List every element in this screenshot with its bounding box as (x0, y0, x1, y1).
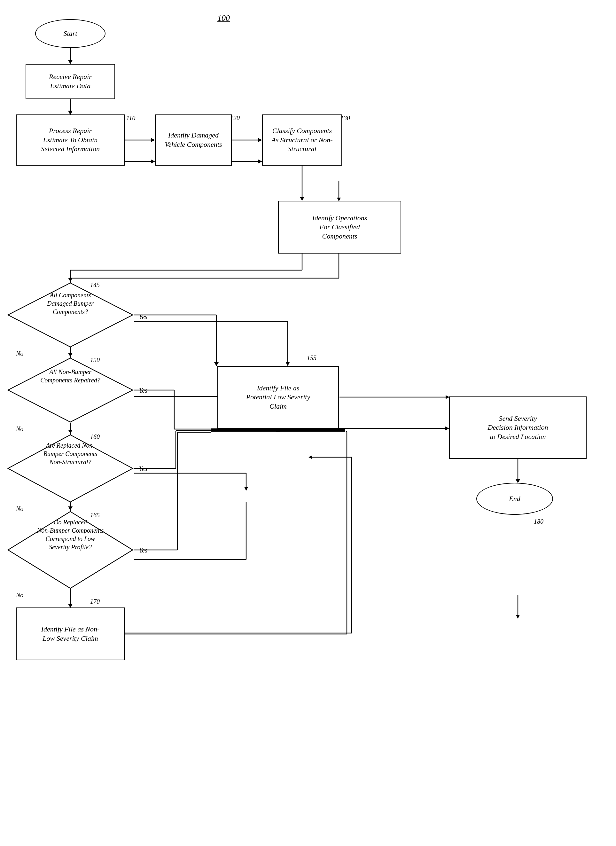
svg-marker-5 (151, 160, 155, 163)
svg-marker-40 (516, 615, 520, 619)
start-label: Start (64, 29, 77, 38)
node-130: Classify ComponentsAs Structural or Non-… (262, 115, 342, 166)
d165-yes-label: Yes (139, 547, 147, 554)
node-180-label: Send SeverityDecision Informationto Desi… (488, 414, 548, 442)
diamond-160: Are Replaced Non-Bumper ComponentsNon-St… (6, 433, 134, 504)
node-155: Identify File asPotential Low SeverityCl… (217, 366, 339, 429)
flowchart-diagram: 100 (0, 0, 616, 846)
node-130-label: Classify ComponentsAs Structural or Non-… (271, 126, 333, 154)
svg-marker-26 (244, 487, 248, 491)
ref-170: 170 (90, 598, 100, 605)
svg-marker-38 (445, 426, 449, 430)
end-oval: End (476, 483, 553, 515)
v-line-155-bar (277, 429, 279, 432)
diamond-145: All ComponentsDamaged BumperComponents? (6, 281, 134, 348)
node-120-label: Identify DamagedVehicle Components (165, 131, 222, 149)
svg-marker-48 (68, 111, 73, 115)
svg-marker-61 (214, 362, 219, 366)
diamond-165: Do ReplacedNon-Bumper ComponentsCorrespo… (6, 510, 134, 590)
svg-marker-46 (68, 60, 73, 64)
svg-marker-36 (308, 455, 312, 459)
node-110-label: Process RepairEstimate To ObtainSelected… (41, 126, 100, 154)
svg-marker-16 (286, 362, 290, 366)
node-170-label: Identify File as Non-Low Severity Claim (41, 625, 100, 643)
svg-marker-7 (258, 160, 262, 163)
node-140: Identify OperationsFor ClassifiedCompone… (278, 201, 401, 254)
svg-marker-52 (258, 138, 262, 142)
d165-no-label: No (16, 592, 23, 599)
node-140-label: Identify OperationsFor ClassifiedCompone… (312, 214, 367, 241)
node-180: Send SeverityDecision Informationto Desi… (449, 397, 587, 459)
node-105-label: Receive RepairEstimate Data (49, 72, 92, 91)
node-170: Identify File as Non-Low Severity Claim (16, 608, 125, 660)
d160-yes-label: Yes (139, 465, 147, 473)
svg-marker-1 (68, 60, 72, 64)
diamond-150: All Non-BumperComponents Repaired? (6, 357, 134, 424)
node-105: Receive RepairEstimate Data (26, 64, 115, 99)
svg-marker-32 (68, 604, 72, 608)
ref-180: 180 (534, 518, 543, 525)
node-110: Process RepairEstimate To ObtainSelected… (16, 115, 125, 166)
node-155-label: Identify File asPotential Low SeverityCl… (246, 384, 310, 411)
end-label: End (509, 494, 520, 504)
svg-marker-50 (151, 138, 155, 142)
diagram-title: 100 (217, 13, 230, 23)
d145-yes-label: Yes (139, 313, 147, 321)
node-120: Identify DamagedVehicle Components (155, 115, 232, 166)
ref-110: 110 (126, 115, 135, 122)
ref-155: 155 (307, 354, 317, 361)
d150-no-label: No (16, 425, 23, 433)
svg-marker-54 (300, 197, 304, 201)
d150-yes-label: Yes (139, 387, 147, 394)
start-oval: Start (35, 19, 106, 48)
